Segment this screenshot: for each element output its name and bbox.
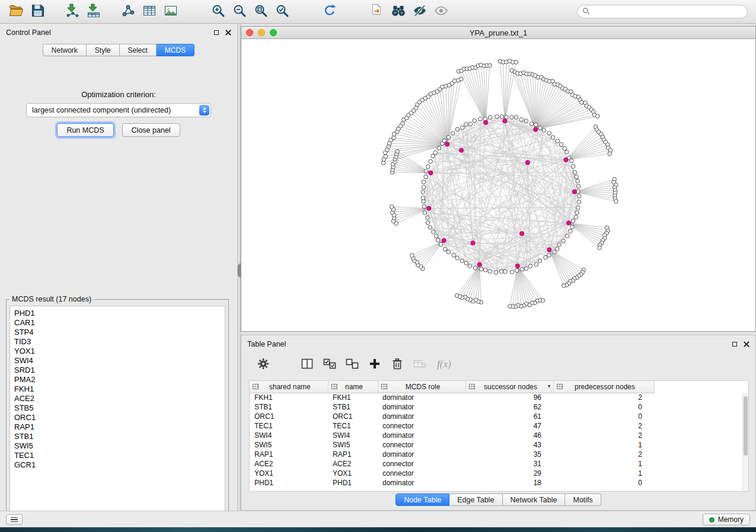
cell-successor-nodes[interactable]: 61	[465, 412, 553, 421]
find-button[interactable]	[388, 2, 409, 21]
cell-shared-name[interactable]: ORC1	[250, 412, 328, 421]
network-table-button[interactable]	[139, 2, 160, 21]
mcds-result-item[interactable]: SRD1	[14, 366, 225, 375]
mcds-result-item[interactable]: STP4	[14, 328, 225, 337]
cell-name[interactable]: PHD1	[328, 478, 378, 488]
cell-shared-name[interactable]: FKH1	[250, 393, 328, 402]
cell-name[interactable]: SWI5	[328, 440, 378, 450]
mcds-result-item[interactable]: PMA2	[14, 375, 225, 384]
save-session-button[interactable]	[27, 2, 49, 21]
mcds-result-item[interactable]: FKH1	[14, 384, 225, 394]
tab-network-table[interactable]: Network Table	[503, 493, 566, 506]
cell-shared-name[interactable]: TEC1	[250, 421, 328, 431]
search-input[interactable]	[594, 8, 742, 16]
cell-mcds-role[interactable]: dominator	[378, 478, 465, 488]
memory-button[interactable]: Memory	[703, 514, 750, 525]
cell-predecessor-nodes[interactable]: 0	[553, 402, 654, 412]
cell-predecessor-nodes[interactable]: 2	[553, 421, 654, 431]
table-row[interactable]: SWI5SWI5connector431	[250, 440, 654, 450]
clone-network-button[interactable]	[366, 2, 388, 21]
cell-successor-nodes[interactable]: 62	[465, 402, 553, 412]
cell-successor-nodes[interactable]: 43	[465, 440, 553, 450]
cell-successor-nodes[interactable]: 18	[465, 478, 553, 488]
table-row[interactable]: SWI4SWI4dominator462	[250, 431, 654, 440]
cell-shared-name[interactable]: SWI5	[250, 440, 328, 450]
zoom-selected-button[interactable]	[272, 2, 293, 21]
cell-predecessor-nodes[interactable]: 1	[553, 440, 654, 450]
tab-node-table[interactable]: Node Table	[395, 493, 449, 506]
cell-predecessor-nodes[interactable]: 0	[553, 478, 654, 488]
cell-successor-nodes[interactable]: 47	[465, 421, 553, 431]
column-header-successor-nodes[interactable]: successor nodes▾	[465, 381, 553, 393]
cell-successor-nodes[interactable]: 29	[465, 469, 553, 478]
export-image-button[interactable]	[160, 2, 181, 21]
cell-successor-nodes[interactable]: 96	[465, 393, 553, 402]
close-table-panel-icon[interactable]	[744, 341, 749, 347]
import-network-button[interactable]	[62, 2, 83, 21]
cell-shared-name[interactable]: SWI4	[250, 431, 328, 440]
mcds-result-item[interactable]: SWI4	[14, 356, 225, 366]
network-window-titlebar[interactable]: YPA_prune.txt_1	[241, 27, 755, 39]
panel-menu-button[interactable]	[6, 514, 23, 525]
cell-predecessor-nodes[interactable]: 2	[553, 393, 654, 402]
mcds-result-item[interactable]: CAR1	[14, 318, 225, 328]
table-row[interactable]: FKH1FKH1dominator962	[250, 393, 654, 402]
import-table-disabled-button[interactable]	[411, 355, 429, 373]
mcds-result-item[interactable]: STB5	[14, 403, 225, 413]
cell-mcds-role[interactable]: connector	[378, 459, 465, 469]
delete-column-button[interactable]	[388, 355, 406, 373]
mcds-result-item[interactable]: ORC1	[14, 413, 225, 422]
cell-shared-name[interactable]: ACE2	[250, 459, 328, 469]
table-row[interactable]: ORC1ORC1dominator610	[250, 412, 654, 421]
deselect-all-button[interactable]	[343, 355, 361, 373]
table-row[interactable]: ACE2ACE2connector311	[250, 459, 654, 469]
tab-network[interactable]: Network	[43, 44, 87, 56]
cell-predecessor-nodes[interactable]: 1	[553, 459, 654, 469]
mcds-result-item[interactable]: RAP1	[14, 422, 225, 432]
graphics-details-button[interactable]	[409, 2, 430, 21]
cell-successor-nodes[interactable]: 31	[465, 459, 553, 469]
table-row[interactable]: PHD1PHD1dominator180	[250, 478, 654, 488]
open-file-button[interactable]	[6, 2, 27, 21]
mcds-result-item[interactable]: TEC1	[14, 451, 225, 460]
criterion-dropdown[interactable]: largest connected component (undirected)	[26, 103, 211, 117]
tab-select[interactable]: Select	[120, 44, 157, 56]
mcds-result-item[interactable]: SWI5	[14, 441, 225, 451]
cell-predecessor-nodes[interactable]: 0	[553, 412, 654, 421]
cell-shared-name[interactable]: YOX1	[250, 469, 328, 478]
table-scrollbar[interactable]	[742, 393, 748, 491]
float-panel-icon[interactable]	[214, 30, 219, 35]
table-row[interactable]: YOX1YOX1connector291	[250, 469, 654, 478]
mcds-result-item[interactable]: STB1	[14, 432, 225, 441]
cell-name[interactable]: TEC1	[328, 421, 378, 431]
cell-shared-name[interactable]: RAP1	[250, 450, 328, 459]
column-header-mcds-role[interactable]: MCDS role	[378, 381, 465, 393]
zoom-out-button[interactable]	[229, 2, 250, 21]
cell-mcds-role[interactable]: connector	[378, 421, 465, 431]
column-header-name[interactable]: name	[328, 381, 378, 393]
window-maximize-button[interactable]	[270, 29, 277, 36]
column-header-shared-name[interactable]: shared name	[250, 381, 328, 393]
table-row[interactable]: TEC1TEC1connector472	[250, 421, 654, 431]
mcds-result-item[interactable]: ACE2	[14, 394, 225, 403]
mcds-result-item[interactable]: YOX1	[14, 347, 225, 356]
toggle-columns-button[interactable]	[298, 355, 316, 373]
scrollbar-thumb[interactable]	[744, 396, 748, 456]
close-panel-icon[interactable]	[225, 30, 231, 36]
function-builder-label[interactable]: f(x)	[437, 358, 451, 370]
close-panel-button[interactable]: Close panel	[122, 123, 180, 137]
import-table-button[interactable]	[83, 2, 104, 21]
cell-name[interactable]: ACE2	[328, 459, 378, 469]
mcds-result-item[interactable]: TID3	[14, 337, 225, 347]
cell-successor-nodes[interactable]: 46	[465, 431, 553, 440]
cell-mcds-role[interactable]: connector	[378, 469, 465, 478]
cell-name[interactable]: YOX1	[328, 469, 378, 478]
cell-mcds-role[interactable]: dominator	[378, 393, 465, 402]
sort-indicator-icon[interactable]: ▾	[547, 383, 550, 389]
column-header-predecessor-nodes[interactable]: predecessor nodes	[553, 381, 654, 393]
zoom-fit-button[interactable]	[250, 2, 272, 21]
zoom-in-button[interactable]	[208, 2, 229, 21]
add-column-button[interactable]	[366, 355, 384, 373]
run-mcds-button[interactable]: Run MCDS	[57, 123, 113, 137]
window-close-button[interactable]	[246, 29, 253, 36]
